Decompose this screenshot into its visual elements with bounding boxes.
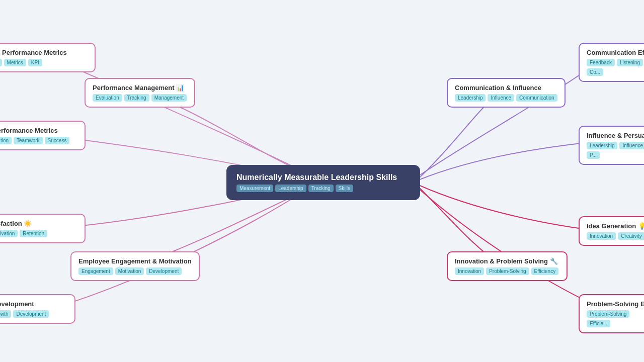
node-performance-metrics-left[interactable]: Performance Metrics ration Teamwork Succ… (0, 121, 86, 150)
idea-gen-tags: Innovation Creativity (587, 232, 644, 240)
tag-innovation: Innovation (455, 267, 484, 275)
tag-success: Success (45, 137, 70, 144)
node-communication-influence[interactable]: Communication & Influence Leadership Inf… (447, 78, 566, 108)
tag-tracking: Tracking (308, 185, 334, 192)
development-title: Development (0, 300, 67, 308)
tag-n: n (0, 59, 2, 66)
tag-efficie: Efficie... (587, 320, 610, 327)
comm-eff-title: Communication Effe... (587, 49, 644, 56)
tag-otivation: otivation (0, 230, 18, 237)
tag-tracking: Tracking (124, 94, 149, 102)
emp-engage-tags: Engagement Motivation Development (78, 267, 192, 275)
comm-influence-tags: Leadership Influence Communication (455, 94, 557, 102)
tag-dev: Development (13, 310, 49, 318)
tag-innovation2: Innovation (587, 232, 616, 240)
tag-leadership2: Leadership (587, 142, 617, 149)
tag-development: Development (146, 267, 182, 275)
node-employee-engagement[interactable]: Employee Engagement & Motivation Engagem… (70, 251, 200, 281)
perf-mgmt-tags: Evaluation Tracking Management (93, 94, 187, 102)
tag-evaluation: Evaluation (93, 94, 122, 102)
tag-kpi: KPI (28, 59, 42, 66)
tag-communication: Communication (516, 94, 557, 102)
emp-engage-title: Employee Engagement & Motivation (78, 257, 192, 265)
tag-feedback: Feedback (587, 59, 615, 66)
tag-metrics: Metrics (4, 59, 26, 66)
tag-efficiency: Efficiency (531, 267, 559, 275)
perf-mgmt-title: Performance Management 📊 (93, 84, 187, 92)
node-development[interactable]: Development rowth Development (0, 294, 75, 324)
center-node-tags: Measurement Leadership Tracking Skills (236, 185, 410, 192)
tag-creativity: Creativity (618, 232, 644, 240)
tag-skills: Skills (336, 185, 353, 192)
perf-metrics-left-title: Performance Metrics (0, 127, 77, 134)
idea-gen-title: Idea Generation 💡 (587, 222, 644, 230)
tag-leadership: Leadership (275, 185, 306, 192)
node-satisfaction[interactable]: tisfaction ☀️ otivation Retention (0, 214, 86, 243)
innovation-tags: Innovation Problem-Solving Efficiency (455, 267, 559, 275)
tag-influence2: Influence (619, 142, 644, 149)
node-influence-persuasion[interactable]: Influence & Persua... Leadership Influen… (579, 126, 644, 165)
tag-teamwork: Teamwork (14, 137, 43, 144)
node-innovation-problem-solving[interactable]: Innovation & Problem Solving 🔧 Innovatio… (447, 251, 568, 281)
satisfaction-tags: otivation Retention (0, 230, 77, 237)
satisfaction-title: tisfaction ☀️ (0, 220, 77, 227)
influence-pers-title: Influence & Persua... (587, 132, 644, 139)
tag-management: Management (151, 94, 187, 102)
tag-influence: Influence (488, 94, 514, 102)
tag-growth: rowth (0, 310, 11, 318)
center-node-title: Numerically Measurable Leadership Skills (236, 173, 410, 182)
prob-solving-title: Problem-Solving Eff... (587, 300, 644, 308)
emp-perf-tags: n Metrics KPI (0, 59, 88, 66)
tag-ration: ration (0, 137, 12, 144)
influence-pers-tags: Leadership Influence P... (587, 142, 644, 159)
tag-p: P... (587, 151, 600, 159)
tag-motivation: Motivation (115, 267, 144, 275)
center-node[interactable]: Numerically Measurable Leadership Skills… (226, 165, 420, 200)
tag-listening: Listening (617, 59, 643, 66)
tag-retention: Retention (20, 230, 47, 237)
emp-perf-title: ee Performance Metrics (0, 49, 88, 56)
node-problem-solving-eff[interactable]: Problem-Solving Eff... Problem-Solving E… (579, 294, 644, 333)
node-communication-effectiveness[interactable]: Communication Effe... Feedback Listening… (579, 43, 644, 82)
comm-eff-tags: Feedback Listening Co... (587, 59, 644, 76)
tag-measurement: Measurement (236, 185, 273, 192)
tag-problem-solving: Problem-Solving (486, 267, 529, 275)
prob-solving-tags: Problem-Solving Efficie... (587, 310, 644, 327)
tag-engagement: Engagement (78, 267, 113, 275)
development-tags: rowth Development (0, 310, 67, 318)
perf-metrics-left-tags: ration Teamwork Success (0, 137, 77, 144)
node-employee-performance-metrics[interactable]: ee Performance Metrics n Metrics KPI (0, 43, 96, 72)
tag-problem-solving2: Problem-Solving (587, 310, 629, 318)
node-idea-generation[interactable]: Idea Generation 💡 Innovation Creativity (579, 216, 644, 246)
innovation-title: Innovation & Problem Solving 🔧 (455, 257, 559, 265)
tag-co: Co... (587, 68, 603, 76)
comm-influence-title: Communication & Influence (455, 84, 557, 92)
tag-leadership: Leadership (455, 94, 486, 102)
node-performance-management[interactable]: Performance Management 📊 Evaluation Trac… (85, 78, 195, 108)
